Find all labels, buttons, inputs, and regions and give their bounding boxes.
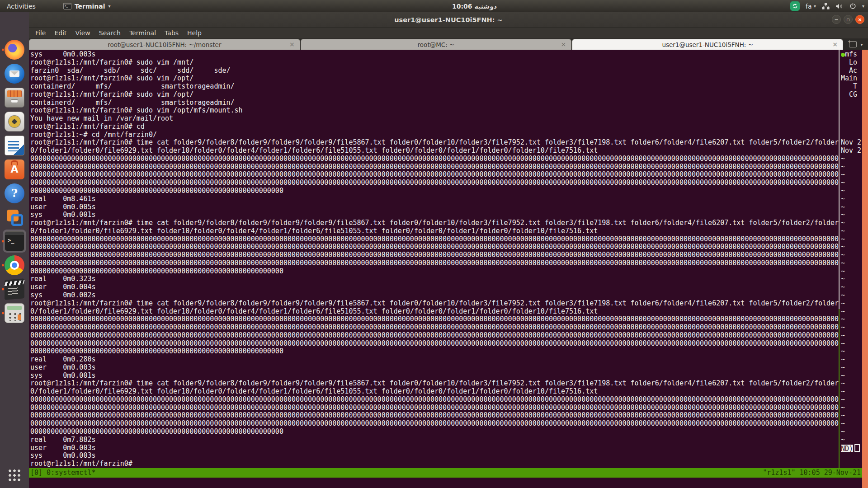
- tmux-host-time: "r1z1s1" 10:05 29-Nov-21: [763, 468, 861, 478]
- chevron-down-icon: ▾: [108, 4, 111, 9]
- tab-1[interactable]: root@user1-NUC10i5FNH: ~/monster×: [29, 39, 300, 50]
- tab-3[interactable]: user1@user1-NUC10i5FNH: ~×: [572, 39, 843, 50]
- show-applications-icon[interactable]: [9, 469, 21, 482]
- terminal-line: ~: [841, 315, 862, 324]
- tab-2[interactable]: root@MC: ~×: [301, 39, 572, 50]
- clock[interactable]: دوشنبه 10:06: [452, 0, 497, 12]
- terminal-line: ~: [841, 347, 862, 356]
- terminal-left-pane: sys 0m0.003sroot@r1z1s1:/mnt/farzin0# su…: [30, 51, 839, 468]
- chevron-down-icon: ▾: [862, 4, 864, 9]
- maximize-button[interactable]: ▫: [844, 15, 853, 24]
- terminal-line: ~: [841, 283, 862, 291]
- minimize-button[interactable]: −: [832, 15, 841, 24]
- power-icon[interactable]: [849, 3, 856, 9]
- terminal-window: user1@user1-NUC10i5FNH: ~ − ▫ × FileEdit…: [29, 12, 868, 488]
- terminal-line: 0000000000000000000000000000000000000000…: [30, 251, 839, 259]
- terminal-line: ~: [841, 291, 862, 300]
- sync-icon[interactable]: [790, 1, 800, 11]
- terminal-line: root@r1z1s1:/mnt/farzin0# sudo vim /opt/: [30, 75, 839, 83]
- dock-item-calculator[interactable]: [0, 301, 29, 325]
- terminal-line: 0000000000000000000000000000000000000000…: [30, 235, 839, 244]
- terminal-line: user 0m0.003s: [30, 444, 839, 452]
- terminal-line: 0000000000000000000000000000000000000000…: [30, 171, 839, 179]
- scrollbar[interactable]: [862, 50, 868, 488]
- menu-edit[interactable]: Edit: [50, 28, 71, 38]
- language-indicator[interactable]: fa ▾: [806, 3, 816, 10]
- running-indicator: [2, 312, 4, 314]
- window-titlebar[interactable]: user1@user1-NUC10i5FNH: ~ − ▫ ×: [29, 12, 868, 28]
- terminal-line: ~: [841, 227, 862, 235]
- dock: [0, 12, 29, 488]
- pager-end-badge: ND): [841, 445, 853, 452]
- cursor: [854, 444, 860, 452]
- app-menu-label: Terminal: [75, 3, 105, 10]
- terminal-line: root@r1z1s1:/mnt/farzin0# time cat folde…: [30, 380, 839, 388]
- dock-item-terminal[interactable]: [0, 229, 29, 253]
- terminal-line: [841, 99, 862, 107]
- terminal-line: ~: [841, 187, 862, 195]
- menu-help[interactable]: Help: [183, 28, 206, 38]
- terminal-line: 0000000000000000000000000000000000000000…: [30, 420, 839, 428]
- terminal-line: 0000000000000000000000000000000000000000…: [30, 243, 839, 251]
- dock-item-thunderbird[interactable]: [0, 61, 29, 85]
- new-tab-icon[interactable]: [849, 41, 857, 47]
- tmux-pane-separator: [839, 50, 840, 468]
- rhythmbox-icon: [5, 112, 24, 131]
- terminal-line: Nov 2: [841, 147, 862, 155]
- terminal-screen[interactable]: sys 0m0.003sroot@r1z1s1:/mnt/farzin0# su…: [29, 50, 868, 488]
- terminal-line: CG: [841, 91, 862, 99]
- terminal-right-pane: ●mfs Lo AcMain T CG Nov 2Nov 2~~~~~~~~~~…: [841, 51, 862, 452]
- menu-terminal[interactable]: Terminal: [125, 28, 160, 38]
- app-menu[interactable]: Terminal ▾: [63, 0, 111, 12]
- terminal-line: root@r1z1s1:/mnt/farzin0# time cat folde…: [30, 300, 839, 308]
- terminal-line: Ac: [841, 67, 862, 75]
- network-icon[interactable]: [822, 3, 830, 9]
- dock-item-video-editor[interactable]: [0, 277, 29, 301]
- terminal-line: 0000000000000000000000000000000000000000…: [30, 428, 839, 436]
- libreoffice-writer-icon: [5, 136, 24, 155]
- terminal-line: You have new mail in /var/mail/root: [30, 115, 839, 123]
- dock-item-help[interactable]: [0, 181, 29, 205]
- terminal-line: [841, 123, 862, 131]
- tab-list-chevron-icon[interactable]: ▾: [861, 42, 863, 47]
- running-indicator: [2, 240, 4, 242]
- menu-search[interactable]: Search: [95, 28, 125, 38]
- tab-title: user1@user1-NUC10i5FNH: ~: [572, 41, 843, 48]
- terminal-line: 0000000000000000000000000000000000000000…: [30, 324, 839, 332]
- terminal-line: ~: [841, 324, 862, 332]
- tab-close-icon[interactable]: ×: [289, 41, 295, 48]
- dock-item-libreoffice-writer[interactable]: [0, 133, 29, 157]
- terminal-line: ~: [841, 380, 862, 388]
- close-button[interactable]: ×: [855, 15, 864, 24]
- terminal-line: ~: [841, 308, 862, 316]
- system-status-area[interactable]: fa ▾ ▾: [790, 0, 868, 12]
- terminal-line: 0000000000000000000000000000000000000000…: [30, 315, 839, 324]
- terminal-line: ~: [841, 155, 862, 163]
- dock-item-vmware-workstation[interactable]: [0, 205, 29, 229]
- dock-item-rhythmbox[interactable]: [0, 109, 29, 133]
- terminal-line: ~: [841, 396, 862, 404]
- dock-item-chrome[interactable]: [0, 253, 29, 277]
- terminal-line: ~: [841, 251, 862, 259]
- menu-tabs[interactable]: Tabs: [160, 28, 183, 38]
- terminal-line: 0000000000000000000000000000000000000000…: [30, 332, 839, 340]
- activities-button[interactable]: Activities: [0, 0, 42, 12]
- menu-view[interactable]: View: [71, 28, 94, 38]
- calculator-icon: [5, 303, 24, 323]
- terminal-line: user 0m0.003s: [30, 364, 839, 372]
- tab-close-icon[interactable]: ×: [832, 41, 838, 48]
- menu-file[interactable]: File: [31, 28, 50, 38]
- terminal-line: 0000000000000000000000000000000000000000…: [30, 267, 839, 276]
- dock-item-file-cabinet[interactable]: [0, 85, 29, 109]
- terminal-line: sys 0m0.003s: [30, 51, 839, 59]
- terminal-line: ~: [841, 171, 862, 179]
- terminal-line: ~: [841, 436, 862, 444]
- tmux-status-bar: [0] 0:systemctl* "r1z1s1" 10:05 29-Nov-2…: [29, 468, 862, 478]
- tab-close-icon[interactable]: ×: [561, 41, 566, 48]
- dock-item-ubuntu-software[interactable]: [0, 157, 29, 181]
- dock-item-firefox[interactable]: [0, 38, 29, 61]
- menu-bar: FileEditViewSearchTerminalTabsHelp: [29, 28, 868, 38]
- terminal-line: Lo: [841, 59, 862, 67]
- terminal-line: 0/folder1/folder0/file6929.txt folder10/…: [30, 308, 839, 316]
- volume-icon[interactable]: [835, 3, 844, 9]
